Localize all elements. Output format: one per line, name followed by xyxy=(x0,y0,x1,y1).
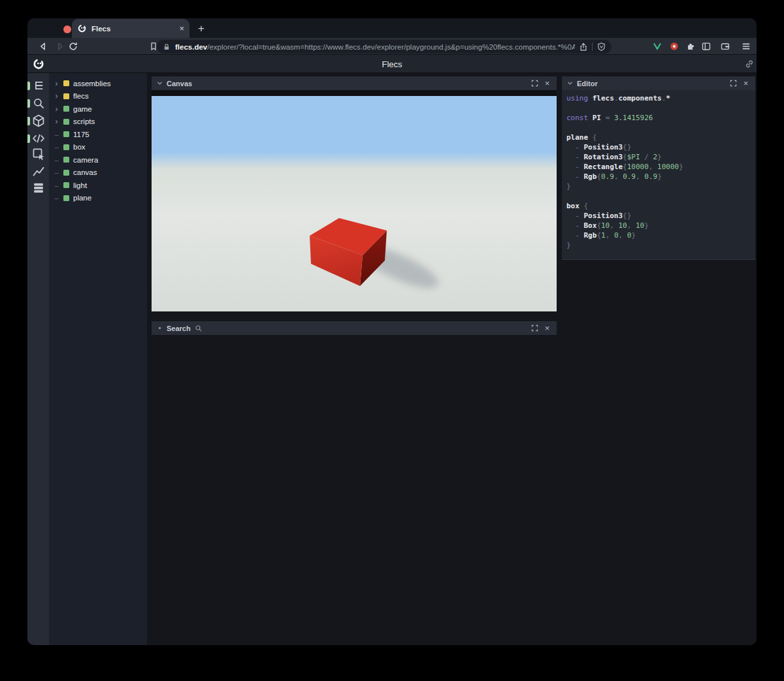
inspector-icon[interactable] xyxy=(31,147,46,161)
code-token: - xyxy=(566,231,584,240)
tab-close-icon[interactable]: × xyxy=(179,24,184,33)
editor-code[interactable]: using flecs.components.* const PI = 3.14… xyxy=(562,90,755,250)
code-token: 1 xyxy=(601,231,606,240)
code-line: const PI = 3.1415926 xyxy=(566,113,755,123)
wallet-icon[interactable] xyxy=(720,41,730,52)
entity-square-icon xyxy=(63,195,69,201)
panel-title: Search xyxy=(167,325,191,332)
close-icon[interactable]: × xyxy=(543,324,551,332)
scene-cube-icon[interactable] xyxy=(31,114,46,128)
search-icon[interactable] xyxy=(31,96,46,110)
code-token: Position3 xyxy=(584,143,623,151)
code-token: - xyxy=(566,172,584,181)
menu-icon[interactable] xyxy=(741,41,751,52)
code-icon[interactable] xyxy=(31,131,46,146)
scene-render xyxy=(152,96,557,311)
tree-item-camera[interactable]: camera xyxy=(49,153,147,166)
tree-item-scripts[interactable]: scripts xyxy=(49,116,147,129)
shield-icon[interactable] xyxy=(596,42,606,52)
code-line: - Rgb{1, 0, 0} xyxy=(566,230,755,240)
code-token: } xyxy=(657,153,662,161)
expand-chevron-icon[interactable] xyxy=(54,118,59,125)
code-token: } xyxy=(644,221,649,230)
storage-stack-icon[interactable] xyxy=(31,181,46,195)
code-token: 3.1415926 xyxy=(614,114,653,122)
fullscreen-icon[interactable] xyxy=(531,79,539,87)
code-token: } xyxy=(566,182,571,191)
code-token: {} xyxy=(623,143,631,151)
expand-chevron-icon[interactable] xyxy=(54,106,59,112)
close-window-button[interactable] xyxy=(63,25,71,33)
code-token: {} xyxy=(623,212,631,220)
url-text: flecs.dev/explorer/?local=true&wasm=http… xyxy=(175,43,575,51)
tree-item-plane[interactable]: plane xyxy=(49,192,147,205)
active-indicator xyxy=(27,99,30,108)
code-token: 10000 xyxy=(657,163,679,171)
browser-toolbar: flecs.dev/explorer/?local=true&wasm=http… xyxy=(27,38,757,55)
tree-item-label: box xyxy=(73,143,86,151)
close-icon[interactable]: × xyxy=(742,79,750,87)
chevron-down-icon[interactable] xyxy=(157,81,163,86)
lock-icon xyxy=(162,42,171,52)
canvas-panel-header: Canvas × xyxy=(152,76,557,90)
tree-item-label: game xyxy=(73,105,92,113)
sidebar-icon[interactable] xyxy=(701,41,711,52)
url-domain: flecs.dev xyxy=(175,43,207,51)
code-token: - xyxy=(566,212,584,220)
forward-icon[interactable] xyxy=(55,41,65,52)
tree-item-box[interactable]: box xyxy=(49,141,147,154)
code-token: PI xyxy=(593,114,606,122)
code-line: } xyxy=(566,182,755,191)
main-area: assemblies flecs game scripts 1175 box c… xyxy=(27,73,757,645)
extensions-puzzle-icon[interactable] xyxy=(686,41,696,52)
back-icon[interactable] xyxy=(38,41,48,52)
entity-square-icon xyxy=(63,131,69,137)
tree-item-assemblies[interactable]: assemblies xyxy=(49,77,147,90)
tree-item-label: assemblies xyxy=(73,80,111,87)
tree-item-canvas[interactable]: canvas xyxy=(49,166,147,180)
close-icon[interactable]: × xyxy=(543,79,551,87)
expand-chevron-icon[interactable] xyxy=(54,80,59,87)
fullscreen-icon[interactable] xyxy=(729,79,738,87)
url-divider xyxy=(592,42,593,51)
tree-item-light[interactable]: light xyxy=(49,179,147,192)
code-token: 10000 xyxy=(627,163,649,171)
canvas-3d-viewport[interactable] xyxy=(152,96,557,311)
code-line: box { xyxy=(566,201,755,211)
browser-tab-flecs[interactable]: Flecs × xyxy=(72,19,189,38)
v-extension-icon[interactable] xyxy=(652,41,662,52)
code-line: - Rectangle{10000, 10000} xyxy=(566,162,755,172)
expand-chevron-icon[interactable] xyxy=(54,93,59,99)
fullscreen-icon[interactable] xyxy=(531,324,539,332)
leaf-dash-icon xyxy=(54,157,59,163)
reload-icon[interactable] xyxy=(68,41,78,52)
collapsed-bullet-icon[interactable] xyxy=(159,327,161,330)
code-token: * xyxy=(666,94,670,103)
record-dot-extension-icon[interactable] xyxy=(669,41,679,52)
code-token: - xyxy=(566,143,584,151)
code-token: Rectangle xyxy=(584,163,623,171)
link-icon[interactable] xyxy=(744,59,755,69)
tree-item-game[interactable]: game xyxy=(49,103,147,116)
code-token: } xyxy=(679,163,683,171)
statistics-chart-icon[interactable] xyxy=(31,164,46,178)
code-line: - Box{10, 10, 10} xyxy=(566,221,755,230)
editor-panel-body[interactable]: using flecs.components.* const PI = 3.14… xyxy=(562,90,755,260)
tab-title: Flecs xyxy=(91,25,174,33)
entity-square-icon xyxy=(63,93,69,99)
code-token: { xyxy=(623,153,627,161)
entity-square-icon xyxy=(63,106,69,112)
code-token: 0.9 xyxy=(601,172,614,181)
code-token: { xyxy=(596,231,601,240)
share-icon[interactable] xyxy=(579,42,588,52)
tree-item-1175[interactable]: 1175 xyxy=(49,128,147,141)
tree-item-flecs[interactable]: flecs xyxy=(49,90,147,103)
code-token: = xyxy=(606,114,614,122)
chevron-down-icon[interactable] xyxy=(567,81,573,86)
code-token: Position3 xyxy=(584,212,623,220)
url-bar[interactable]: flecs.dev/explorer/?local=true&wasm=http… xyxy=(157,40,612,54)
new-tab-button[interactable]: + xyxy=(193,21,209,37)
outline-tree-icon[interactable] xyxy=(31,78,46,93)
code-line: - Position3{} xyxy=(566,142,755,152)
code-token: / xyxy=(640,153,653,161)
